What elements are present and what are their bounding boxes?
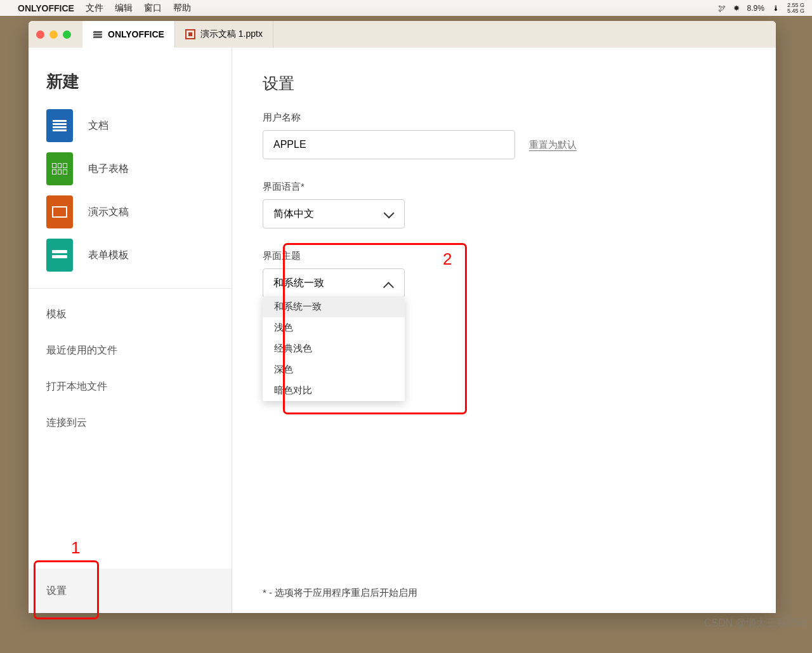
theme-label: 界面主题 xyxy=(263,250,776,262)
menu-help[interactable]: 帮助 xyxy=(173,3,191,14)
theme-option-system[interactable]: 和系统一致 xyxy=(263,296,405,317)
create-presentation[interactable]: 演示文稿 xyxy=(29,190,232,234)
traffic-lights xyxy=(36,30,71,39)
language-select[interactable]: 简体中文 xyxy=(263,199,405,228)
theme-option-dark-contrast[interactable]: 暗色对比 xyxy=(263,380,405,401)
create-presentation-label: 演示文稿 xyxy=(88,206,129,219)
chevron-up-icon xyxy=(384,280,394,286)
dove-icon[interactable]: 🕊︎ xyxy=(718,4,726,13)
reset-default-link[interactable]: 重置为默认 xyxy=(529,139,577,151)
tab-presentation[interactable]: 演示文稿 1.pptx xyxy=(175,21,273,48)
sidebar-connect-cloud[interactable]: 连接到云 xyxy=(29,405,232,441)
settings-title: 设置 xyxy=(263,73,776,94)
zoom-icon[interactable] xyxy=(63,30,71,39)
create-spreadsheet-label: 电子表格 xyxy=(88,162,129,176)
sidebar-settings[interactable]: 设置 xyxy=(29,569,232,613)
create-form-template[interactable]: 表单模板 xyxy=(29,234,232,277)
presentation-file-icon xyxy=(185,29,195,39)
annotation-label-1: 1 xyxy=(71,538,80,558)
language-select-value: 简体中文 xyxy=(273,208,314,221)
presentation-icon xyxy=(46,195,73,228)
form-template-icon xyxy=(46,239,73,272)
menubar-app-name: ONLYOFFICE xyxy=(18,3,74,13)
username-label: 用户名称 xyxy=(263,112,776,124)
app-window: ONLYOFFICE 演示文稿 1.pptx 新建 文档 电子表格 演示文稿 xyxy=(29,21,776,613)
language-label: 界面语言* xyxy=(263,181,776,193)
thermometer-icon[interactable]: 🌡︎ xyxy=(772,4,780,13)
watermark: CSDN @懒大王敲代码 xyxy=(704,617,807,630)
sidebar: 新建 文档 电子表格 演示文稿 表单模板 模板 最近使用的文件 打开本地文件 连… xyxy=(29,48,232,613)
tab-presentation-label: 演示文稿 1.pptx xyxy=(200,29,263,40)
settings-panel: 设置 用户名称 重置为默认 界面语言* 简体中文 界面主题 和系统一致 xyxy=(232,48,776,613)
create-form-template-label: 表单模板 xyxy=(88,249,129,262)
menu-window[interactable]: 窗口 xyxy=(144,3,162,14)
sidebar-divider xyxy=(29,288,232,289)
sidebar-settings-label: 设置 xyxy=(46,584,67,598)
sidebar-templates[interactable]: 模板 xyxy=(29,296,232,333)
bug-icon[interactable]: ✸ xyxy=(733,4,740,13)
sidebar-new-heading: 新建 xyxy=(29,70,232,104)
close-icon[interactable] xyxy=(36,30,44,39)
titlebar: ONLYOFFICE 演示文稿 1.pptx xyxy=(29,21,776,48)
mac-menubar: ONLYOFFICE 文件 编辑 窗口 帮助 🕊︎ ✸ 8.9% 🌡︎ 2.55… xyxy=(0,0,812,16)
cpu-percent: 8.9% xyxy=(747,4,764,13)
memory-usage: 2.55 G 5.45 G xyxy=(787,3,804,14)
theme-option-light[interactable]: 浅色 xyxy=(263,317,405,338)
theme-option-classic-light[interactable]: 经典浅色 xyxy=(263,338,405,359)
minimize-icon[interactable] xyxy=(49,30,58,39)
sidebar-open-local[interactable]: 打开本地文件 xyxy=(29,369,232,405)
document-icon xyxy=(46,109,73,142)
tab-home[interactable]: ONLYOFFICE xyxy=(82,21,175,48)
chevron-down-icon xyxy=(384,211,394,217)
create-spreadsheet[interactable]: 电子表格 xyxy=(29,147,232,190)
annotation-label-2: 2 xyxy=(443,249,452,269)
theme-option-dark[interactable]: 深色 xyxy=(263,359,405,380)
create-document-label: 文档 xyxy=(88,119,108,133)
onlyoffice-logo-icon xyxy=(93,29,103,39)
restart-note: * - 选项将于应用程序重启后开始启用 xyxy=(263,587,417,599)
theme-dropdown: 和系统一致 浅色 经典浅色 深色 暗色对比 xyxy=(263,296,405,401)
username-input[interactable] xyxy=(263,130,515,159)
tab-home-label: ONLYOFFICE xyxy=(108,29,164,39)
menu-file[interactable]: 文件 xyxy=(86,3,103,14)
sidebar-recent-files[interactable]: 最近使用的文件 xyxy=(29,333,232,369)
spreadsheet-icon xyxy=(46,152,73,185)
create-document[interactable]: 文档 xyxy=(29,104,232,147)
theme-select-value: 和系统一致 xyxy=(273,277,324,290)
menu-edit[interactable]: 编辑 xyxy=(115,3,133,14)
theme-select[interactable]: 和系统一致 xyxy=(263,268,405,298)
